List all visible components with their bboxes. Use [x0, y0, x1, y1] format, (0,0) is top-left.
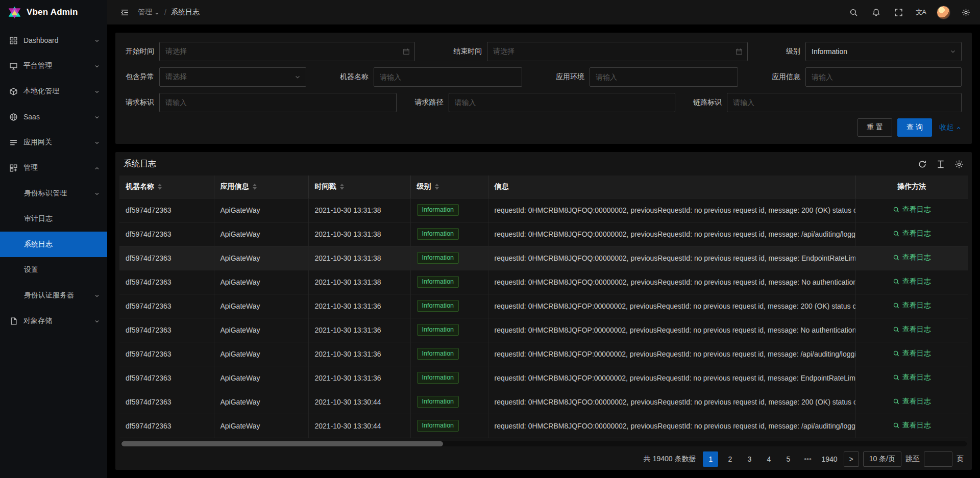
request-id-label: 请求标识 [126, 98, 154, 107]
view-log-link[interactable]: 查看日志 [893, 301, 931, 310]
next-page-button[interactable]: > [844, 451, 859, 467]
sidebar-item-object-storage[interactable]: 对象存储 [0, 308, 107, 334]
app-env-text-input[interactable] [596, 73, 722, 81]
scrollbar-thumb[interactable] [121, 441, 443, 446]
notification-bell-icon[interactable] [865, 0, 887, 24]
collapse-link[interactable]: 收起 [939, 123, 962, 132]
sidebar-item-management[interactable]: 管理 [0, 155, 107, 181]
sidebar-item-dashboard[interactable]: Dashboard [0, 28, 107, 53]
timestamp-cell: 2021-10-30 13:31:36 [308, 342, 410, 366]
table-row[interactable]: df5974d72363 ApiGateWay 2021-10-30 13:30… [119, 414, 968, 438]
fullscreen-icon[interactable] [887, 0, 910, 24]
reset-button[interactable]: 重 置 [857, 118, 892, 137]
view-log-link[interactable]: 查看日志 [893, 421, 931, 430]
request-id-input[interactable] [159, 93, 397, 112]
page-button-1[interactable]: 1 [703, 451, 718, 467]
level-cell: Information [410, 198, 488, 222]
message-cell: requestId: 0HMCRBM8JQFOQ:00000002, previ… [488, 270, 855, 294]
table-row[interactable]: df5974d72363 ApiGateWay 2021-10-30 13:31… [119, 342, 968, 366]
sidebar-item-saas[interactable]: Saas [0, 104, 107, 130]
table-row[interactable]: df5974d72363 ApiGateWay 2021-10-30 13:30… [119, 390, 968, 414]
action-cell: 查看日志 [855, 198, 968, 222]
app-cell: ApiGateWay [214, 222, 308, 246]
search-button[interactable]: 查 询 [897, 118, 932, 137]
sidebar-item-system-logs[interactable]: 系统日志 [0, 232, 107, 257]
sidebar-item-platform[interactable]: 平台管理 [0, 53, 107, 79]
machine-cell: df5974d72363 [119, 198, 214, 222]
trace-id-input[interactable] [727, 93, 962, 112]
table-row[interactable]: df5974d72363 ApiGateWay 2021-10-30 13:31… [119, 246, 968, 270]
row-height-icon[interactable] [936, 160, 945, 169]
chevron-up-icon [955, 124, 962, 131]
app-logo[interactable]: Vben Admin [0, 0, 107, 24]
language-switch-icon[interactable]: 文A [910, 0, 932, 24]
jump-page-input[interactable] [924, 451, 952, 467]
table-row[interactable]: df5974d72363 ApiGateWay 2021-10-30 13:31… [119, 318, 968, 342]
page-size-select[interactable]: 10 条/页 [863, 451, 901, 467]
sidebar-item-localization[interactable]: 本地化管理 [0, 79, 107, 104]
start-time-input[interactable]: 请选择 [159, 42, 415, 61]
app-env-input[interactable] [590, 67, 738, 87]
sidebar-item-label: 管理 [23, 163, 38, 172]
include-exception-select[interactable]: 请选择 [159, 67, 306, 87]
message-cell: requestId: 0HMCRBM8JQFOP:00000002, previ… [488, 294, 855, 318]
breadcrumb-parent[interactable]: 管理 [138, 8, 160, 17]
level-select[interactable]: Information [805, 42, 962, 61]
page-button-5[interactable]: 5 [780, 451, 796, 467]
view-log-link[interactable]: 查看日志 [893, 397, 931, 406]
app-cell: ApiGateWay [214, 270, 308, 294]
table-row[interactable]: df5974d72363 ApiGateWay 2021-10-30 13:31… [119, 198, 968, 222]
level-badge: Information [417, 372, 459, 384]
view-log-link[interactable]: 查看日志 [893, 253, 931, 262]
chevron-down-icon [94, 139, 100, 145]
sidebar-item-label: Saas [23, 113, 40, 121]
menu-fold-icon[interactable] [114, 0, 135, 24]
column-header-app[interactable]: 应用信息 [214, 175, 308, 198]
table-header-bar: 系统日志 [115, 152, 972, 175]
sidebar-item-gateway[interactable]: 应用网关 [0, 130, 107, 155]
search-icon[interactable] [842, 0, 865, 24]
column-header-machine[interactable]: 机器名称 [119, 175, 214, 198]
action-cell: 查看日志 [855, 246, 968, 270]
column-header-timestamp[interactable]: 时间戳 [308, 175, 410, 198]
sidebar-item-identity-management[interactable]: 身份标识管理 [0, 181, 107, 206]
view-log-link[interactable]: 查看日志 [893, 229, 931, 238]
request-id-text-input[interactable] [165, 98, 381, 107]
page-button-3[interactable]: 3 [742, 451, 757, 467]
page-button-last[interactable]: 1940 [819, 451, 839, 467]
view-log-link[interactable]: 查看日志 [893, 277, 931, 286]
settings-gear-icon[interactable] [954, 0, 977, 24]
sidebar-item-identity-server[interactable]: 身份认证服务器 [0, 283, 107, 308]
app-info-text-input[interactable] [812, 73, 946, 81]
machine-name-text-input[interactable] [380, 73, 506, 81]
request-path-input[interactable] [449, 93, 675, 112]
level-badge: Information [417, 300, 459, 312]
view-log-link[interactable]: 查看日志 [893, 373, 931, 382]
view-log-link[interactable]: 查看日志 [893, 205, 931, 214]
breadcrumb: 管理 / 系统日志 [138, 8, 200, 17]
table-row[interactable]: df5974d72363 ApiGateWay 2021-10-30 13:31… [119, 270, 968, 294]
end-time-input[interactable]: 请选择 [487, 42, 748, 61]
machine-cell: df5974d72363 [119, 414, 214, 438]
page-jump-forward[interactable]: ••• [800, 451, 815, 467]
trace-id-text-input[interactable] [733, 98, 946, 107]
machine-name-input[interactable] [374, 67, 522, 87]
view-log-link[interactable]: 查看日志 [893, 325, 931, 334]
column-header-level[interactable]: 级别 [410, 175, 488, 198]
app-cell: ApiGateWay [214, 246, 308, 270]
table-row[interactable]: df5974d72363 ApiGateWay 2021-10-30 13:31… [119, 222, 968, 246]
user-avatar[interactable] [932, 0, 954, 24]
sidebar-item-audit-logs[interactable]: 审计日志 [0, 206, 107, 232]
page-button-4[interactable]: 4 [761, 451, 776, 467]
sidebar-item-settings[interactable]: 设置 [0, 257, 107, 283]
table-row[interactable]: df5974d72363 ApiGateWay 2021-10-30 13:31… [119, 366, 968, 390]
app-info-input[interactable] [805, 67, 962, 87]
level-cell: Information [410, 222, 488, 246]
table-header-row: 机器名称 应用信息 时间戳 级别 信息 操作方法 [119, 175, 968, 198]
request-path-text-input[interactable] [455, 98, 659, 107]
view-log-link[interactable]: 查看日志 [893, 349, 931, 358]
column-settings-gear-icon[interactable] [954, 160, 964, 169]
refresh-icon[interactable] [918, 160, 927, 169]
table-row[interactable]: df5974d72363 ApiGateWay 2021-10-30 13:31… [119, 294, 968, 318]
page-button-2[interactable]: 2 [722, 451, 738, 467]
